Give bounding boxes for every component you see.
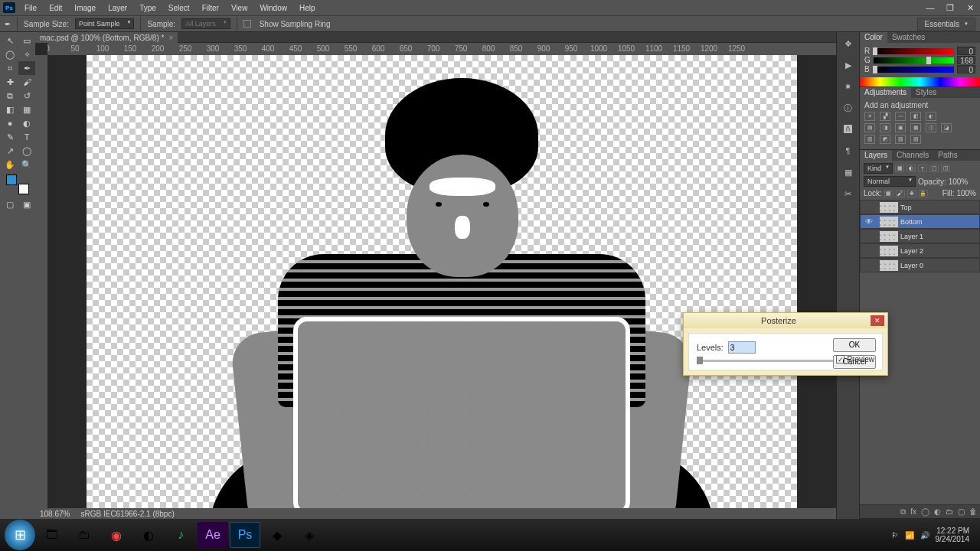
g-value[interactable]: 168 (957, 56, 975, 64)
taskbar-spotify[interactable]: ♪ (165, 522, 196, 548)
brush-tool[interactable]: 🖌 (18, 75, 35, 89)
taskbar-ae[interactable]: Ae (198, 522, 228, 548)
menu-edit[interactable]: Edit (44, 2, 67, 14)
tab-paths[interactable]: Paths (933, 150, 962, 161)
adj-select[interactable]: ▨ (910, 135, 921, 144)
workspace-switcher[interactable]: Essentials▼ (917, 18, 975, 31)
lock-trans-icon[interactable]: ▦ (884, 190, 893, 197)
filter-shape-icon[interactable]: ▢ (929, 165, 939, 172)
opacity-value[interactable]: 100% (949, 178, 969, 186)
layer-row[interactable]: Layer 0 (860, 258, 980, 272)
quickmask-tool[interactable]: ▢ (2, 197, 18, 211)
system-tray[interactable]: 🏳 📶 🔊 12:22 PM9/24/2014 (891, 527, 976, 543)
adj-levels[interactable]: ▞ (880, 112, 890, 121)
move-tool[interactable]: ↖ (2, 34, 18, 47)
layer-row[interactable]: Top (860, 200, 980, 214)
trash-icon[interactable]: 🗑 (969, 507, 977, 516)
lock-paint-icon[interactable]: 🖌 (896, 190, 905, 197)
zoom-level[interactable]: 108.67% (40, 510, 70, 518)
fill-value[interactable]: 100% (956, 189, 976, 197)
adj-lookup[interactable]: ◫ (926, 123, 936, 132)
filter-adj-icon[interactable]: ◐ (906, 165, 916, 172)
history-brush-tool[interactable]: ↺ (18, 89, 35, 103)
shape-tool[interactable]: ◯ (18, 144, 35, 158)
start-button[interactable]: ⊞ (5, 520, 35, 550)
maximize-button[interactable]: ❐ (940, 1, 960, 15)
minimize-button[interactable]: — (920, 1, 940, 15)
adj-brightness[interactable]: ☀ (864, 112, 875, 121)
close-button[interactable]: ✕ (960, 1, 980, 15)
info-icon[interactable]: ⓘ (841, 101, 855, 115)
lasso-tool[interactable]: ◯ (2, 47, 18, 61)
filter-kind[interactable]: Kind (864, 163, 893, 174)
filter-smart-icon[interactable]: ◫ (941, 165, 950, 172)
taskbar-app1[interactable]: ◆ (262, 522, 292, 548)
link-icon[interactable]: ⧉ (900, 507, 906, 517)
sample-size-dropdown[interactable]: Point Sample (75, 18, 135, 29)
eyedropper-tool[interactable]: ✒ (18, 61, 35, 75)
g-slider[interactable] (874, 57, 954, 64)
blend-mode[interactable]: Normal (864, 176, 916, 187)
menu-type[interactable]: Type (135, 2, 161, 14)
marquee-tool[interactable]: ▭ (18, 34, 35, 47)
libraries-icon[interactable]: ✂ (841, 187, 855, 201)
r-value[interactable]: 0 (957, 47, 975, 55)
new-layer-icon[interactable]: ▢ (958, 507, 965, 516)
r-slider[interactable] (873, 48, 954, 54)
visibility-icon[interactable]: 👁 (861, 217, 877, 226)
preview-checkbox[interactable]: ✓ (836, 355, 844, 364)
character-icon[interactable]: 🅰 (841, 122, 855, 136)
menu-help[interactable]: Help (295, 2, 320, 14)
adj-exposure[interactable]: ◧ (910, 112, 921, 121)
lock-all-icon[interactable]: 🔒 (919, 190, 928, 197)
wand-tool[interactable]: ✧ (18, 47, 35, 61)
gradient-tool[interactable]: ▦ (18, 103, 35, 116)
spectrum-ramp[interactable] (860, 77, 980, 86)
menu-view[interactable]: View (227, 2, 253, 14)
color-swatches[interactable] (6, 174, 29, 194)
taskbar-chrome[interactable]: ◉ (101, 522, 132, 548)
adj-curves[interactable]: 〰 (895, 112, 906, 121)
properties-icon[interactable]: ▦ (841, 165, 855, 179)
taskbar-ps[interactable]: Ps (230, 522, 260, 548)
tray-flag-icon[interactable]: 🏳 (891, 531, 899, 540)
taskbar-app2[interactable]: ◈ (294, 522, 325, 548)
group-icon[interactable]: 🗀 (946, 507, 953, 516)
ok-button[interactable]: OK (833, 338, 876, 352)
tray-volume-icon[interactable]: 🔊 (920, 531, 929, 540)
clock[interactable]: 12:22 PM9/24/2014 (936, 527, 970, 543)
mask-icon[interactable]: ◯ (921, 507, 929, 516)
adj-grad[interactable]: ▧ (895, 135, 906, 144)
layer-row[interactable]: Layer 2 (860, 243, 980, 258)
actions-icon[interactable]: ▶ (841, 58, 855, 72)
taskbar-files[interactable]: 🗀 (69, 522, 100, 548)
hand-tool[interactable]: ✋ (2, 158, 18, 171)
eyedropper-icon[interactable]: ✒ (5, 20, 11, 28)
adj-photo[interactable]: ▣ (895, 123, 906, 132)
adj-mixer[interactable]: ▦ (910, 123, 921, 132)
adj-hue[interactable]: ▤ (864, 123, 875, 132)
path-tool[interactable]: ↗ (2, 144, 18, 158)
lock-pos-icon[interactable]: ✥ (907, 190, 916, 197)
heal-tool[interactable]: ✚ (2, 75, 18, 89)
show-ring-checkbox[interactable] (243, 20, 251, 28)
menu-image[interactable]: Image (70, 2, 100, 14)
tab-color[interactable]: Color (860, 32, 887, 43)
menu-layer[interactable]: Layer (103, 2, 132, 14)
dodge-tool[interactable]: ◐ (18, 116, 35, 130)
adj-thresh[interactable]: ◩ (880, 135, 890, 144)
menu-filter[interactable]: Filter (198, 2, 224, 14)
eraser-tool[interactable]: ◧ (2, 103, 18, 116)
tray-network-icon[interactable]: 📶 (905, 531, 914, 540)
taskbar-explorer[interactable]: 🗔 (37, 522, 67, 548)
levels-input[interactable] (728, 341, 756, 354)
menu-file[interactable]: File (20, 2, 41, 14)
paragraph-icon[interactable]: ¶ (841, 144, 855, 158)
blur-tool[interactable]: ● (2, 116, 18, 130)
adj-bw[interactable]: ◨ (880, 123, 890, 132)
adj-layer-icon[interactable]: ◐ (934, 507, 941, 516)
crop-tool[interactable]: ⌗ (2, 61, 18, 75)
adj-post[interactable]: ▥ (864, 135, 875, 144)
filter-type-icon[interactable]: T (918, 165, 927, 172)
zoom-tool[interactable]: 🔍 (18, 158, 35, 171)
